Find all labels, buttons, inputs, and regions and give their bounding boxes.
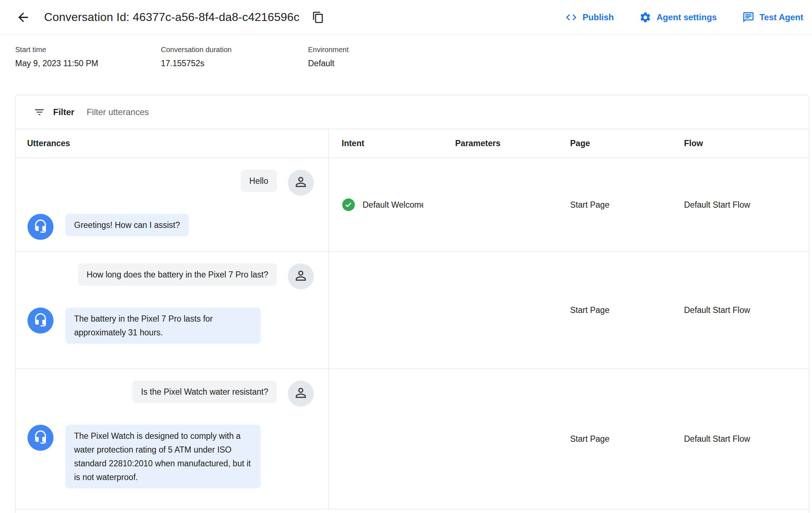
flow-cell: Default Start Flow bbox=[671, 369, 809, 509]
meta-value: 17.155752s bbox=[161, 59, 308, 68]
person-icon bbox=[293, 268, 308, 285]
parameters-cell bbox=[442, 158, 557, 251]
agent-response: The Pixel Watch is designed to comply wi… bbox=[65, 425, 261, 488]
agent-avatar bbox=[27, 425, 54, 451]
meta-environment: Environment Default bbox=[308, 46, 349, 95]
intent-cell: Default Welcome bbox=[329, 158, 442, 251]
user-turn: How long does the battery in the Pixel 7… bbox=[16, 263, 328, 289]
agent-avatar bbox=[27, 214, 54, 240]
filter-label: Filter bbox=[53, 107, 74, 117]
headset-icon bbox=[33, 219, 48, 235]
table-header: Utterances Intent Parameters Page Flow bbox=[16, 129, 809, 158]
check-circle-icon bbox=[342, 198, 355, 212]
flow-cell: Default Start Flow bbox=[671, 158, 809, 251]
gear-icon bbox=[639, 11, 651, 24]
user-utterance: Hello bbox=[241, 170, 277, 192]
user-utterance: Is the Pixel Watch water resistant? bbox=[132, 381, 277, 403]
publish-label: Publish bbox=[582, 12, 614, 22]
copy-icon bbox=[312, 11, 324, 24]
intent-cell bbox=[329, 369, 442, 509]
column-header-parameters: Parameters bbox=[442, 129, 557, 158]
meta-value: May 9, 2023 11:50 PM bbox=[15, 59, 161, 68]
flow-cell: Default Start Flow bbox=[671, 252, 809, 369]
filter-bar: Filter bbox=[16, 95, 809, 129]
utterances-cell: How long does the battery in the Pixel 7… bbox=[16, 252, 329, 369]
filter-input[interactable] bbox=[86, 107, 798, 118]
user-avatar bbox=[288, 381, 314, 407]
agent-avatar bbox=[27, 308, 54, 334]
topbar: Conversation Id: 46377c-a56-8f4-da8-c421… bbox=[0, 0, 812, 35]
meta-duration: Conversation duration 17.155752s bbox=[161, 46, 308, 95]
agent-turn: The Pixel Watch is designed to comply wi… bbox=[16, 425, 328, 488]
agent-turn: The battery in the Pixel 7 Pro lasts for… bbox=[16, 308, 328, 344]
parameters-cell bbox=[442, 252, 557, 369]
headset-icon bbox=[33, 430, 48, 446]
utterances-cell: Hello Greetings! How can I assist? bbox=[16, 158, 329, 251]
test-agent-button[interactable]: Test Agent bbox=[742, 11, 803, 24]
conversation-meta: Start time May 9, 2023 11:50 PM Conversa… bbox=[0, 35, 812, 95]
publish-button[interactable]: Publish bbox=[565, 11, 614, 24]
page-cell: Start Page bbox=[557, 252, 671, 369]
user-avatar bbox=[288, 263, 314, 289]
agent-settings-button[interactable]: Agent settings bbox=[639, 11, 717, 24]
table-row: How long does the battery in the Pixel 7… bbox=[16, 252, 809, 369]
user-turn: Is the Pixel Watch water resistant? bbox=[16, 381, 328, 407]
user-avatar bbox=[288, 170, 314, 196]
topbar-actions: Publish Agent settings Test Agent bbox=[565, 11, 803, 24]
agent-response: The battery in the Pixel 7 Pro lasts for… bbox=[65, 308, 261, 344]
agent-turn: Greetings! How can I assist? bbox=[16, 214, 328, 240]
page-cell: Start Page bbox=[557, 158, 671, 251]
column-header-flow: Flow bbox=[671, 129, 809, 158]
parameters-cell bbox=[442, 369, 557, 509]
utterances-cell: Is the Pixel Watch water resistant? The … bbox=[16, 369, 329, 509]
meta-start-time: Start time May 9, 2023 11:50 PM bbox=[15, 46, 161, 95]
column-header-page: Page bbox=[557, 129, 671, 158]
meta-value: Default bbox=[308, 59, 349, 68]
filter-icon[interactable] bbox=[34, 106, 45, 118]
arrow-back-icon bbox=[16, 10, 30, 25]
chat-icon bbox=[742, 11, 755, 24]
meta-label: Conversation duration bbox=[161, 46, 308, 54]
page-title: Conversation Id: 46377c-a56-8f4-da8-c421… bbox=[44, 10, 299, 24]
page-cell: Start Page bbox=[557, 369, 671, 509]
conversation-panel: Filter Utterances Intent Parameters Page… bbox=[15, 95, 809, 513]
back-button[interactable] bbox=[14, 9, 32, 26]
person-icon bbox=[293, 174, 308, 191]
user-utterance: How long does the battery in the Pixel 7… bbox=[78, 263, 277, 286]
intent-cell bbox=[329, 252, 442, 369]
column-header-intent: Intent bbox=[329, 129, 442, 158]
table-row: Is the Pixel Watch water resistant? The … bbox=[16, 369, 809, 509]
meta-label: Environment bbox=[308, 46, 349, 54]
copy-button[interactable] bbox=[309, 9, 327, 26]
table-row: Hello Greetings! How can I assist? bbox=[16, 158, 809, 252]
code-icon bbox=[565, 11, 577, 24]
headset-icon bbox=[33, 313, 48, 328]
test-agent-label: Test Agent bbox=[760, 12, 803, 22]
agent-response: Greetings! How can I assist? bbox=[65, 214, 189, 236]
column-header-utterances: Utterances bbox=[16, 129, 329, 158]
user-turn: Hello bbox=[16, 170, 328, 196]
person-icon bbox=[293, 385, 308, 402]
intent-name: Default Welcome bbox=[363, 200, 423, 210]
agent-settings-label: Agent settings bbox=[657, 12, 717, 22]
meta-label: Start time bbox=[15, 46, 161, 54]
